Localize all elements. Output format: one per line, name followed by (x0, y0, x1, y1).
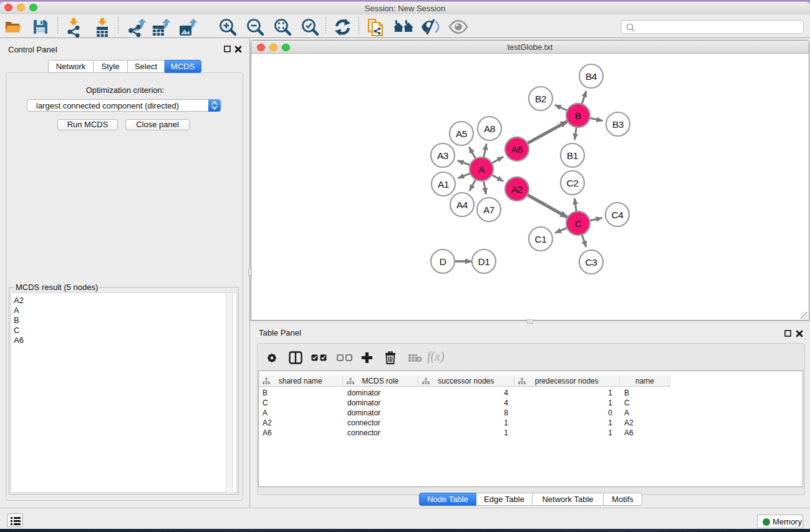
svg-text:B3: B3 (612, 119, 624, 130)
svg-text:C3: C3 (586, 257, 597, 268)
svg-text:C1: C1 (535, 234, 547, 244)
svg-text:A4: A4 (456, 200, 468, 210)
svg-text:A8: A8 (484, 123, 495, 134)
svg-text:A5: A5 (456, 128, 467, 139)
svg-text:A2: A2 (511, 184, 523, 195)
svg-text:A: A (478, 164, 485, 175)
svg-text:C2: C2 (567, 178, 579, 188)
svg-text:A3: A3 (437, 150, 448, 161)
svg-text:A1: A1 (438, 179, 449, 190)
svg-text:D: D (440, 256, 446, 267)
svg-text:A6: A6 (511, 144, 523, 155)
svg-text:B2: B2 (535, 94, 546, 104)
svg-text:D1: D1 (478, 256, 490, 267)
svg-text:C: C (575, 218, 582, 229)
svg-text:A7: A7 (483, 205, 494, 215)
svg-text:B4: B4 (586, 71, 597, 82)
svg-text:B1: B1 (567, 150, 578, 161)
svg-text:B: B (575, 110, 581, 121)
svg-text:C4: C4 (612, 210, 624, 220)
